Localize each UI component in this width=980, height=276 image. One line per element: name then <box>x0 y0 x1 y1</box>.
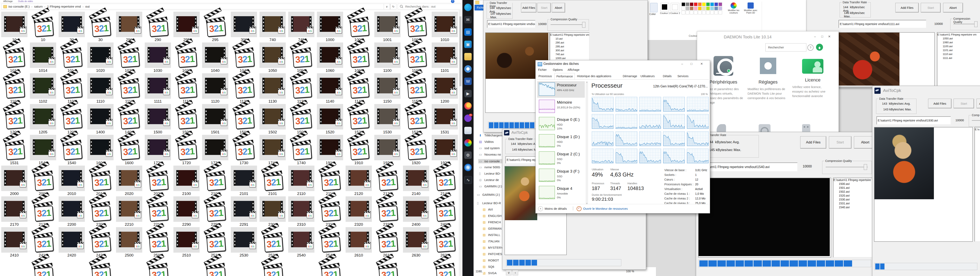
firefox-icon[interactable] <box>464 102 472 110</box>
file-item[interactable]: 3211200 <box>0 104 29 134</box>
file-item[interactable]: 3211920 <box>373 134 402 165</box>
file-item[interactable]: 32110 <box>29 11 57 42</box>
nav-item-ssd-system[interactable]: ▭ssd system <box>479 146 500 150</box>
file-item[interactable]: 3211500 <box>172 104 201 134</box>
sidebar-scrollbar[interactable]: ∧ ∨ <box>585 81 588 204</box>
palette-color[interactable] <box>694 2 698 6</box>
palette-color[interactable] <box>694 6 698 10</box>
quality-slider-2[interactable] <box>974 21 978 27</box>
file-item[interactable]: 3211910 <box>344 134 373 165</box>
file-item[interactable]: 3212510 <box>172 227 201 257</box>
start-button-4[interactable]: Start <box>829 136 851 148</box>
mail-icon[interactable]: ✉ <box>464 16 472 23</box>
file-item[interactable]: 3211730 <box>229 134 258 165</box>
file-item[interactable]: 3212630 <box>430 227 459 257</box>
perf-item-disque-4[interactable]: Disque 4Amovible0% <box>537 185 585 201</box>
file-item-partial[interactable]: 321 <box>316 257 344 276</box>
nav-item-italian[interactable]: ▨ITALIAN <box>483 239 500 243</box>
palette-color[interactable] <box>718 2 722 6</box>
nav-item-robot[interactable]: ▨ROBOT <box>483 258 499 262</box>
refresh-button[interactable]: ↻ <box>390 4 396 10</box>
file-item[interactable]: 3211205 <box>57 104 86 134</box>
file-item[interactable]: 3211740 <box>287 134 316 165</box>
breadcrumb-segment[interactable]: 1 Ffmpeg repertoire vmd <box>47 5 81 8</box>
file-item[interactable]: 3212400 <box>402 196 430 227</box>
store-icon[interactable]: ▤ <box>464 28 472 36</box>
file-item[interactable]: 3211120 <box>201 73 229 104</box>
browser-icon[interactable] <box>464 65 472 73</box>
file-item[interactable]: 3212010 <box>57 165 86 196</box>
file-list-item[interactable]: 1060.avi <box>937 40 980 44</box>
palette-color[interactable] <box>710 2 714 6</box>
file-item[interactable]: 3211101 <box>430 42 459 73</box>
file-item[interactable]: 3212200 <box>57 196 86 227</box>
nav-item-garmin-j-[interactable]: ▭GARMIN (J:) <box>479 185 502 188</box>
file-item-partial[interactable]: 321 <box>430 257 459 276</box>
daemon-help-icon[interactable]: ? <box>807 45 813 51</box>
file-list-item[interactable]: 1050.avi <box>937 37 980 40</box>
nav-item-lecteur-bd-r[interactable]: ▯Lecteur BD-R <box>477 201 501 205</box>
file-list-item[interactable]: 1500.avi <box>834 182 872 186</box>
file-list-item[interactable]: 740.avi <box>550 52 589 56</box>
file-item[interactable]: 3211150 <box>402 73 430 104</box>
current-file-field-1[interactable]: E:\saturn\1 Ffmpeg repertoire vmd\out\30… <box>487 20 535 28</box>
palette-color[interactable] <box>702 2 706 6</box>
file-item[interactable]: 3212000 <box>0 165 29 196</box>
perf-item-processeur[interactable]: Processeur49% 4,63 GHz <box>537 81 585 98</box>
file-item[interactable]: 3211140 <box>316 73 344 104</box>
palette-color[interactable] <box>698 6 702 10</box>
file-item[interactable]: 3211400 <box>115 104 143 134</box>
daemon-tile-réglages[interactable]: RéglagesModifiez les préférences de DAEM… <box>748 56 789 101</box>
nav-item-garmin-j-[interactable]: ▭GARMIN (J:) <box>477 193 500 196</box>
file-item[interactable]: 3211110 <box>115 73 143 104</box>
palette-color[interactable] <box>698 2 702 6</box>
file-item[interactable]: 3211530 <box>402 104 430 134</box>
tab-services[interactable]: Services <box>676 73 690 79</box>
file-item[interactable]: 3211200 <box>430 73 459 104</box>
file-item[interactable]: 3212170 <box>0 196 29 227</box>
file-item[interactable]: 3211501 <box>201 104 229 134</box>
file-item[interactable]: 3212420 <box>57 227 86 257</box>
nav-item-english[interactable]: ▨ENGLISH <box>483 214 501 217</box>
menu-fichier[interactable]: Fichier <box>538 68 547 72</box>
file-item[interactable]: 3212101 <box>229 165 258 196</box>
scroll-left-button[interactable]: ‹ <box>512 270 518 275</box>
breadcrumb[interactable]: iso console (E:)›saturn›1 Ffmpeg reperto… <box>1 4 390 10</box>
perf-item-disque-3-f-[interactable]: Disque 3 (F:)SSD0% <box>537 168 585 184</box>
color1-swatch[interactable] <box>660 3 669 11</box>
palette-color[interactable] <box>682 2 685 6</box>
quality-slider-4[interactable] <box>864 164 867 170</box>
current-file-field-2[interactable]: E:\saturn\1 Ffmpeg repertoire vmd\out\11… <box>838 20 926 28</box>
file-item[interactable]: 3211140 <box>344 73 373 104</box>
help-icon[interactable]: ? <box>451 0 455 3</box>
file-list-item[interactable]: 1530.avi <box>834 198 872 201</box>
file-item[interactable]: 321290 <box>143 11 172 42</box>
palette-color[interactable] <box>682 6 685 10</box>
tab-outils-video[interactable]: Outils de vidéo <box>18 0 33 2</box>
palette-color[interactable] <box>690 6 694 10</box>
breadcrumb-segment[interactable]: saturn <box>34 5 43 8</box>
palette-color[interactable] <box>714 2 718 6</box>
file-item[interactable]: 3211600 <box>115 134 143 165</box>
file-item[interactable]: 3211130 <box>287 73 316 104</box>
file-list-item[interactable]: 1110.avi <box>937 52 980 56</box>
nav-item-avi[interactable]: ▨AVI <box>483 208 493 211</box>
file-item[interactable]: 3212020 <box>115 165 143 196</box>
file-item[interactable]: 3211740 <box>258 134 287 165</box>
palette-color[interactable] <box>686 2 689 6</box>
file-item[interactable]: 3211100 <box>402 42 430 73</box>
file-item[interactable]: 3212010 <box>86 165 115 196</box>
add-files-button-3[interactable]: Add Files <box>928 99 951 108</box>
tab-affichage[interactable]: Affichage <box>3 0 13 2</box>
abort-button-2[interactable]: Abort <box>943 3 963 13</box>
add-files-button-2[interactable]: Add Files <box>895 3 919 13</box>
edge-icon[interactable] <box>464 4 472 11</box>
file-item[interactable]: 3211520 <box>316 104 344 134</box>
file-item[interactable]: 3212110 <box>287 165 316 196</box>
nav-item-nouveau-no[interactable]: ▭Nouveau no <box>479 153 501 156</box>
file-list-4[interactable]: E:\saturn\1 Ffmpeg repertoire vmd\out150… <box>833 178 872 257</box>
file-item[interactable]: 3211910 <box>316 134 344 165</box>
file-item[interactable]: 3211030 <box>172 42 201 73</box>
tab-historique-des-applications[interactable]: Historique des applications <box>575 73 613 79</box>
file-item[interactable]: 3211540 <box>29 134 57 165</box>
